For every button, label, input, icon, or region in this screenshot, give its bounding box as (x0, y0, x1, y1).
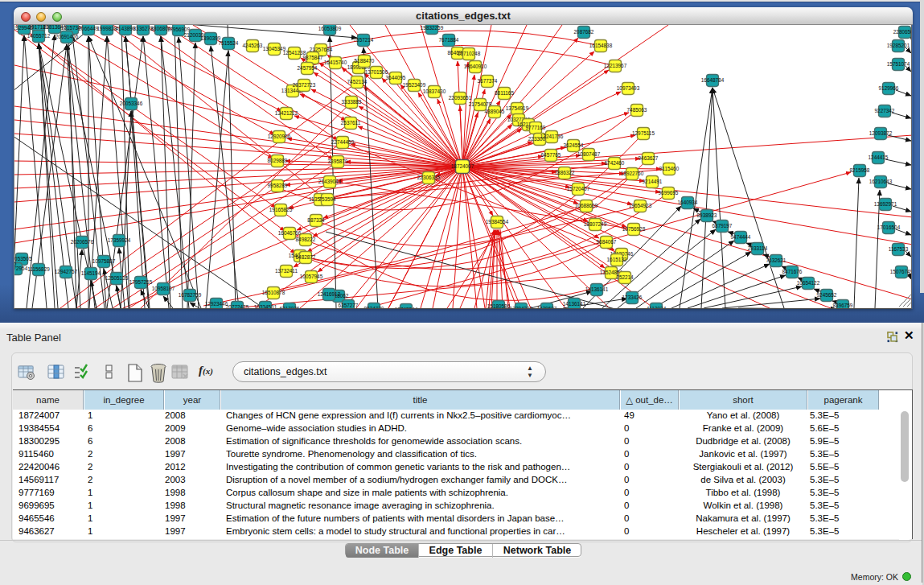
svg-text:17957255: 17957255 (129, 279, 153, 285)
svg-text:22093651: 22093651 (449, 95, 472, 101)
svg-text:12093872: 12093872 (869, 130, 893, 136)
svg-text:7485063: 7485063 (627, 107, 647, 113)
svg-text:8029889: 8029889 (268, 158, 288, 163)
svg-text:15751074: 15751074 (887, 61, 910, 67)
svg-text:12213967: 12213967 (604, 63, 627, 68)
svg-text:1733426: 1733426 (622, 295, 643, 300)
svg-text:10710248: 10710248 (458, 51, 481, 56)
svg-text:2066449: 2066449 (79, 26, 99, 31)
svg-text:18922760: 18922760 (621, 171, 644, 176)
svg-text:13701506: 13701506 (365, 69, 388, 75)
svg-text:20372723: 20372723 (293, 82, 316, 88)
svg-text:9463627: 9463627 (639, 155, 659, 161)
svg-text:9699695: 9699695 (659, 190, 679, 196)
svg-text:2087682: 2087682 (574, 29, 594, 35)
svg-text:7671884: 7671884 (439, 37, 459, 43)
svg-text:5188470: 5188470 (355, 58, 375, 64)
svg-text:22744459: 22744459 (331, 139, 355, 145)
svg-text:9115460: 9115460 (659, 166, 680, 171)
svg-text:20691406: 20691406 (55, 34, 79, 39)
svg-text:18724007: 18724007 (451, 163, 474, 169)
svg-text:13241736: 13241736 (540, 134, 564, 139)
svg-text:10837430: 10837430 (423, 89, 446, 94)
svg-text:8471676: 8471676 (782, 269, 803, 274)
svg-text:15076749: 15076749 (890, 269, 912, 274)
svg-text:9684067: 9684067 (597, 239, 617, 245)
svg-text:8938923: 8938923 (697, 212, 717, 218)
svg-text:6457765: 6457765 (541, 152, 561, 158)
svg-text:4245263: 4245263 (243, 43, 263, 48)
svg-text:22806503: 22806503 (893, 29, 912, 35)
svg-text:1167533: 1167533 (889, 246, 909, 252)
svg-text:13692971: 13692971 (874, 201, 897, 207)
svg-text:3395870: 3395870 (328, 159, 348, 164)
svg-text:20206576: 20206576 (71, 239, 94, 245)
svg-text:14055712: 14055712 (27, 33, 51, 39)
svg-text:13748244: 13748244 (395, 307, 418, 308)
svg-text:10334531: 10334531 (254, 304, 277, 308)
svg-text:6217026: 6217026 (280, 306, 300, 308)
svg-text:21754078: 21754078 (469, 101, 492, 107)
svg-text:6879197: 6879197 (713, 223, 733, 229)
svg-text:1615132: 1615132 (607, 257, 627, 262)
svg-text:2537611: 2537611 (341, 120, 361, 126)
svg-text:7632621: 7632621 (766, 257, 786, 263)
svg-text:10958107: 10958107 (152, 286, 175, 291)
svg-text:19832259: 19832259 (421, 25, 444, 31)
svg-text:2053505: 2053505 (14, 256, 32, 262)
svg-text:3333883: 3333883 (342, 99, 362, 105)
svg-text:17016504: 17016504 (877, 225, 901, 230)
svg-text:8498222: 8498222 (296, 237, 316, 242)
svg-text:13754919: 13754919 (506, 105, 529, 111)
svg-text:12920906: 12920906 (268, 134, 291, 139)
svg-text:8811165: 8811165 (495, 90, 514, 96)
svg-text:4112034: 4112034 (647, 306, 667, 308)
svg-text:3624554: 3624554 (564, 142, 584, 148)
svg-text:7452134: 7452134 (347, 79, 368, 84)
svg-text:10057945: 10057945 (300, 274, 323, 279)
svg-text:12294238: 12294238 (510, 306, 533, 308)
svg-text:6742460: 6742460 (605, 160, 625, 166)
svg-text:19165825: 19165825 (269, 207, 293, 212)
svg-text:9958289: 9958289 (268, 183, 288, 188)
svg-text:21439044: 21439044 (318, 179, 342, 184)
svg-text:15720407: 15720407 (567, 186, 590, 192)
svg-text:16782759: 16782759 (179, 292, 202, 298)
svg-text:10973493: 10973493 (617, 85, 640, 91)
svg-text:13732411: 13732411 (275, 268, 298, 274)
svg-text:16072954: 16072954 (14, 266, 28, 271)
svg-text:12923446: 12923446 (205, 301, 228, 307)
svg-text:16154838: 16154838 (589, 43, 613, 48)
svg-text:3677374: 3677374 (478, 78, 498, 84)
svg-text:16510878: 16510878 (262, 290, 285, 295)
svg-text:13421212: 13421212 (275, 110, 298, 116)
svg-text:9129966: 9129966 (879, 85, 899, 91)
svg-text:9245652: 9245652 (817, 292, 837, 298)
svg-text:19384554: 19384554 (486, 219, 509, 225)
svg-text:14136141: 14136141 (563, 301, 586, 307)
svg-text:16046766: 16046766 (278, 230, 302, 236)
svg-text:10807487: 10807487 (577, 151, 601, 157)
svg-text:20053346: 20053346 (120, 101, 143, 106)
svg-text:1999828: 1999828 (97, 26, 117, 31)
svg-text:9214491: 9214491 (643, 179, 663, 184)
svg-text:8224730: 8224730 (364, 306, 384, 308)
svg-text:15180586: 15180586 (487, 303, 511, 308)
svg-text:19523409: 19523409 (403, 82, 426, 88)
svg-text:16648784: 16648784 (701, 77, 725, 83)
svg-text:11156829: 11156829 (27, 266, 50, 272)
svg-text:9474444: 9474444 (731, 234, 751, 240)
svg-text:6357277: 6357277 (339, 303, 359, 308)
svg-text:4389045: 4389045 (485, 109, 505, 114)
svg-text:19285201: 19285201 (887, 43, 910, 48)
svg-text:18640910: 18640910 (464, 64, 487, 69)
svg-text:19654923: 19654923 (629, 203, 652, 208)
svg-text:10688609: 10688609 (575, 203, 598, 208)
svg-text:10975887: 10975887 (92, 258, 116, 264)
svg-text:16053809: 16053809 (318, 26, 342, 31)
svg-text:22306335: 22306335 (417, 175, 441, 180)
svg-text:17956909: 17956909 (167, 27, 191, 32)
svg-text:6482877: 6482877 (296, 254, 316, 260)
svg-text:10654122: 10654122 (797, 280, 820, 286)
svg-text:8215958: 8215958 (850, 167, 870, 173)
